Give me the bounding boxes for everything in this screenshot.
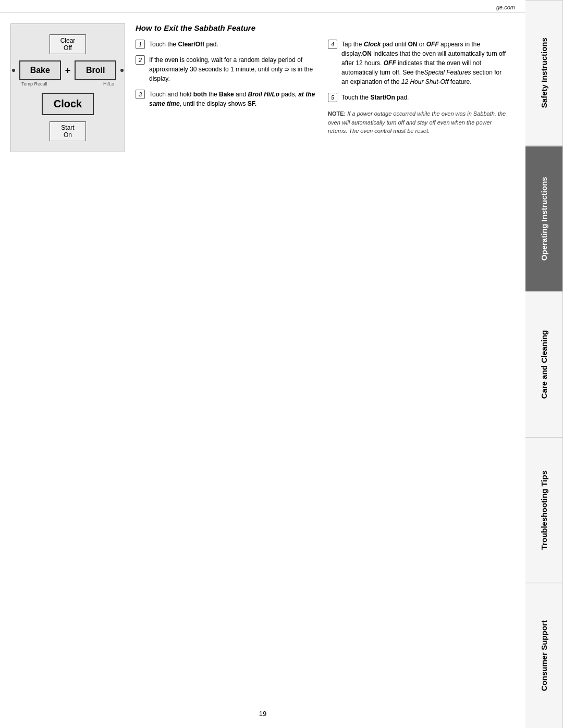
clear-off-button[interactable]: Clear Off [50,34,86,54]
content-body: Clear Off Bake + Broil Temp Recall Hi/Lo [0,13,525,163]
dot-right [120,69,124,72]
website-label: ge.com [496,4,515,10]
page-number: 19 [259,710,266,718]
steps-left: 1 Touch the Clear/Off pad. 2 If the oven… [136,40,317,135]
tab-safety-instructions[interactable]: Safety Instructions [525,0,563,146]
tab-troubleshooting-tips[interactable]: Troubleshooting Tips [525,437,563,583]
step-3-number: 3 [136,90,145,99]
control-panel-illustration: Clear Off Bake + Broil Temp Recall Hi/Lo [10,23,125,152]
bake-button[interactable]: Bake [19,60,61,80]
clock-button[interactable]: Clock [42,93,94,115]
broil-button[interactable]: Broil [75,60,116,80]
tab-consumer-support[interactable]: Consumer Support [525,583,563,728]
instructions-section: How to Exit the Sabbath Feature 1 Touch … [136,23,510,152]
step-2: 2 If the oven is cooking, wait for a ran… [136,55,317,83]
steps-container: 1 Touch the Clear/Off pad. 2 If the oven… [136,40,510,135]
header: ge.com [0,0,525,13]
steps-right: 4 Tap the Clock pad until ON or OFF appe… [328,40,510,135]
step-3-text: Touch and hold both the Bake and Broil H… [149,90,317,108]
tab-operating-instructions[interactable]: Operating Instructions [525,146,563,291]
hi-lo-label: Hi/Lo [103,81,114,87]
bake-broil-row: Bake + Broil [19,60,117,80]
main-content: ge.com Clear Off Bake + Broil Temp R [0,0,525,728]
step-2-text: If the oven is cooking, wait for a rando… [149,55,317,83]
plus-sign: + [65,65,71,76]
start-on-button[interactable]: Start On [50,121,86,141]
tab-care-and-cleaning[interactable]: Care and Cleaning [525,291,563,437]
note-box: NOTE: If a power outage occurred while t… [328,109,510,135]
step-1-number: 1 [136,40,145,49]
step-5-number: 5 [328,93,337,102]
temp-recall-label: Temp Recall [21,81,47,87]
step-4-number: 4 [328,40,337,49]
section-title: How to Exit the Sabbath Feature [136,23,510,32]
step-1: 1 Touch the Clear/Off pad. [136,40,317,49]
step-5: 5 Touch the Start/On pad. [328,93,510,102]
step-3: 3 Touch and hold both the Bake and Broil… [136,90,317,108]
step-1-text: Touch the Clear/Off pad. [149,40,317,49]
dot-left [12,69,15,72]
step-4-text: Tap the Clock pad until ON or OFF appear… [341,40,510,87]
step-2-number: 2 [136,55,145,65]
step-4: 4 Tap the Clock pad until ON or OFF appe… [328,40,510,87]
sidebar: Safety Instructions Operating Instructio… [525,0,563,728]
step-5-text: Touch the Start/On pad. [341,93,510,102]
sub-labels: Temp Recall Hi/Lo [19,81,117,87]
